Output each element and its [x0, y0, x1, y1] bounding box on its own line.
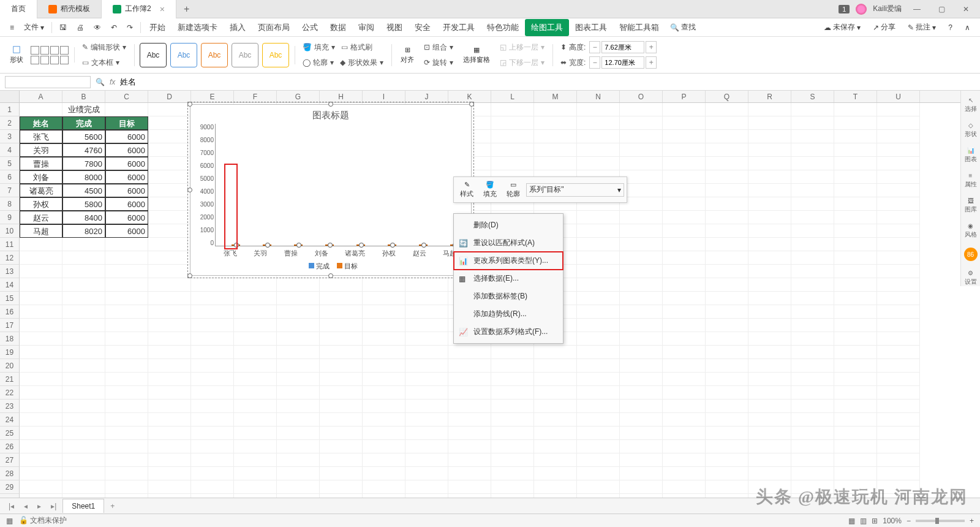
preview-icon[interactable]: 👁 — [89, 21, 106, 34]
cell[interactable] — [534, 116, 577, 130]
cell[interactable] — [491, 467, 534, 480]
col-header[interactable]: C — [105, 91, 148, 102]
cell[interactable] — [877, 467, 920, 480]
cell[interactable] — [148, 292, 191, 305]
view-normal-icon[interactable]: ▦ — [848, 517, 855, 525]
cell[interactable] — [620, 319, 663, 332]
cell[interactable] — [834, 238, 877, 251]
save-icon[interactable]: 🖫 — [55, 21, 72, 34]
cell[interactable] — [791, 453, 834, 467]
cell[interactable] — [277, 373, 320, 386]
cell[interactable] — [748, 157, 791, 170]
cell[interactable] — [748, 400, 791, 413]
col-header[interactable]: I — [363, 91, 405, 102]
cell[interactable] — [620, 332, 663, 346]
cell[interactable] — [834, 170, 877, 184]
cell[interactable] — [706, 265, 748, 278]
cell[interactable] — [877, 103, 920, 116]
cell[interactable] — [791, 386, 834, 400]
cell[interactable] — [448, 440, 491, 453]
cell[interactable] — [663, 400, 706, 413]
cell[interactable] — [663, 292, 706, 305]
cell[interactable] — [620, 238, 663, 251]
avatar[interactable] — [856, 4, 867, 15]
cell[interactable] — [791, 116, 834, 130]
cell[interactable]: 6000 — [105, 197, 148, 211]
bar[interactable] — [419, 245, 428, 246]
cell[interactable] — [663, 211, 706, 224]
cell[interactable] — [748, 103, 791, 116]
cell[interactable] — [748, 359, 791, 373]
cell[interactable] — [320, 400, 363, 413]
cell[interactable] — [491, 346, 534, 359]
cell[interactable]: 刘备 — [20, 170, 62, 184]
print-icon[interactable]: 🖨 — [72, 21, 89, 34]
cell[interactable] — [277, 440, 320, 453]
row-header[interactable]: 23 — [0, 400, 20, 413]
cell[interactable]: 6000 — [105, 170, 148, 184]
cell[interactable] — [706, 386, 748, 400]
cell[interactable] — [577, 103, 620, 116]
cell[interactable] — [706, 453, 748, 467]
cell[interactable] — [148, 251, 191, 265]
row-header[interactable]: 26 — [0, 440, 20, 453]
cell[interactable] — [491, 130, 534, 143]
cell[interactable] — [277, 400, 320, 413]
spreadsheet-grid[interactable]: ABCDEFGHIJKLMNOPQRSTU 1业绩完成表2姓名完成目标3张飞56… — [0, 91, 980, 520]
cell[interactable] — [663, 332, 706, 346]
col-header[interactable]: A — [20, 91, 62, 102]
cell[interactable] — [791, 197, 834, 211]
cell[interactable] — [834, 103, 877, 116]
cell[interactable] — [877, 346, 920, 359]
cell[interactable] — [748, 170, 791, 184]
cell[interactable] — [20, 480, 62, 494]
cell[interactable] — [706, 116, 748, 130]
cell[interactable] — [148, 413, 191, 427]
cell[interactable] — [320, 292, 363, 305]
ctx-add-trendline[interactable]: 添加趋势线(R)... — [454, 305, 563, 323]
style-preset-4[interactable]: Abc — [232, 43, 258, 67]
row-header[interactable]: 25 — [0, 427, 20, 440]
cell[interactable] — [748, 292, 791, 305]
row-header[interactable]: 3 — [0, 130, 20, 143]
cell[interactable] — [834, 278, 877, 292]
cell[interactable] — [234, 346, 277, 359]
cell[interactable] — [148, 265, 191, 278]
cell[interactable] — [577, 130, 620, 143]
cell[interactable] — [748, 346, 791, 359]
cell[interactable] — [706, 332, 748, 346]
cell[interactable] — [834, 373, 877, 386]
cell[interactable] — [834, 157, 877, 170]
cell[interactable] — [791, 238, 834, 251]
sidebar-badge[interactable]: 86 — [964, 248, 978, 261]
cell[interactable] — [834, 480, 877, 494]
row-header[interactable]: 18 — [0, 332, 20, 346]
cell[interactable] — [277, 467, 320, 480]
cell[interactable] — [748, 332, 791, 346]
cell[interactable] — [20, 346, 62, 359]
sheet-tab[interactable]: Sheet1 — [62, 499, 104, 513]
cell[interactable] — [62, 359, 105, 373]
cell[interactable] — [320, 346, 363, 359]
select-pane-button[interactable]: ▦选择窗格 — [459, 45, 494, 66]
menu-tab-11[interactable]: 绘图工具 — [525, 19, 569, 36]
ctx-format-series[interactable]: 📈设置数据系列格式(F)... — [454, 323, 563, 341]
cell[interactable] — [748, 197, 791, 211]
row-header[interactable]: 15 — [0, 292, 20, 305]
cell[interactable] — [320, 278, 363, 292]
cell[interactable] — [834, 453, 877, 467]
cell[interactable] — [62, 319, 105, 332]
cell[interactable] — [534, 453, 577, 467]
cell[interactable] — [834, 332, 877, 346]
cell[interactable] — [620, 427, 663, 440]
cell[interactable] — [320, 480, 363, 494]
cell[interactable] — [706, 359, 748, 373]
cell[interactable] — [534, 386, 577, 400]
cell[interactable] — [62, 453, 105, 467]
cell[interactable] — [191, 413, 234, 427]
cell[interactable] — [105, 265, 148, 278]
cell[interactable] — [20, 278, 62, 292]
cell[interactable] — [877, 292, 920, 305]
cell[interactable] — [877, 359, 920, 373]
cell[interactable]: 5800 — [62, 197, 105, 211]
